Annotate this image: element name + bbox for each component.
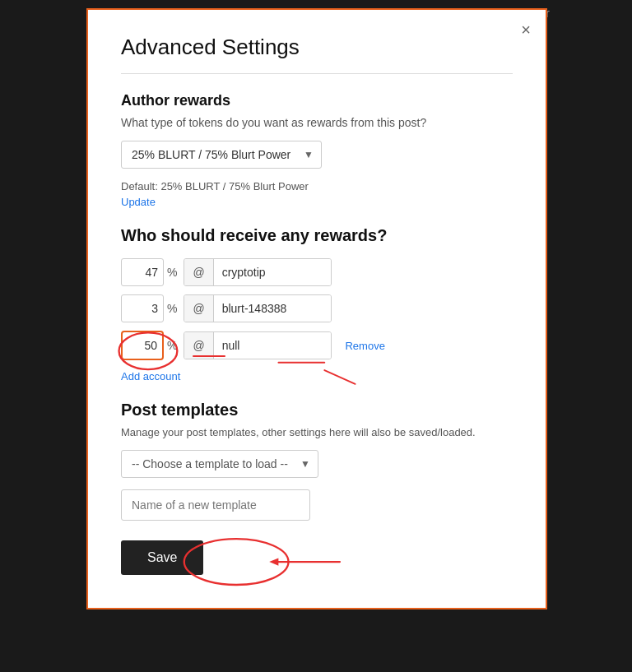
template-select[interactable]: -- Choose a template to load -- <box>121 450 318 478</box>
new-template-input[interactable] <box>121 489 310 521</box>
username-input-3[interactable] <box>214 332 332 359</box>
username-wrap-2: @ <box>184 294 332 322</box>
at-prefix-2: @ <box>184 295 213 322</box>
percent-sign-1: % <box>167 266 177 279</box>
percent-input-1[interactable] <box>121 258 164 286</box>
beneficiaries-title: Who should receive any rewards? <box>121 226 513 245</box>
save-button[interactable]: Save <box>121 540 203 575</box>
post-templates-desc: Manage your post templates, other settin… <box>121 426 513 438</box>
reward-select[interactable]: 25% BLURT / 75% Blurt Power 100% Blurt P… <box>121 141 322 169</box>
percent-wrap-3: % <box>121 331 177 360</box>
modal-dialog: × Advanced Settings Author rewards What … <box>88 10 546 608</box>
username-input-2[interactable] <box>214 295 332 322</box>
percent-wrap-2: % <box>121 294 177 322</box>
modal-title: Advanced Settings <box>121 35 513 60</box>
percent-wrap-1: % <box>121 258 177 286</box>
percent-input-2[interactable] <box>121 294 164 322</box>
svg-marker-3 <box>269 558 278 565</box>
section-divider <box>121 73 513 74</box>
default-reward-text: Default: 25% BLURT / 75% Blurt Power <box>121 180 513 192</box>
at-prefix-3: @ <box>184 332 213 359</box>
remove-button[interactable]: Remove <box>345 340 384 352</box>
post-templates-title: Post templates <box>121 401 513 419</box>
percent-sign-3: % <box>167 339 177 352</box>
username-wrap-1: @ <box>184 258 332 286</box>
beneficiary-row-1: % @ <box>121 258 513 286</box>
author-rewards-desc: What type of tokens do you want as rewar… <box>121 116 513 129</box>
percent-input-3[interactable] <box>121 331 164 360</box>
modal-container: × Advanced Settings Author rewards What … <box>86 8 547 609</box>
close-button[interactable]: × <box>521 21 531 38</box>
svg-line-5 <box>324 370 355 384</box>
at-prefix-1: @ <box>184 259 213 285</box>
beneficiary-row-2: % @ <box>121 294 513 322</box>
percent-sign-2: % <box>167 302 177 315</box>
username-wrap-3: @ <box>184 331 332 359</box>
add-account-link[interactable]: Add account <box>121 370 180 382</box>
beneficiary-row-3: % @ Remove <box>121 331 513 360</box>
update-link[interactable]: Update <box>121 196 513 208</box>
username-input-1[interactable] <box>214 259 332 285</box>
author-rewards-title: Author rewards <box>121 92 513 109</box>
reward-select-wrapper: 25% BLURT / 75% Blurt Power 100% Blurt P… <box>121 141 322 169</box>
template-select-wrapper: -- Choose a template to load -- ▼ <box>121 450 318 478</box>
